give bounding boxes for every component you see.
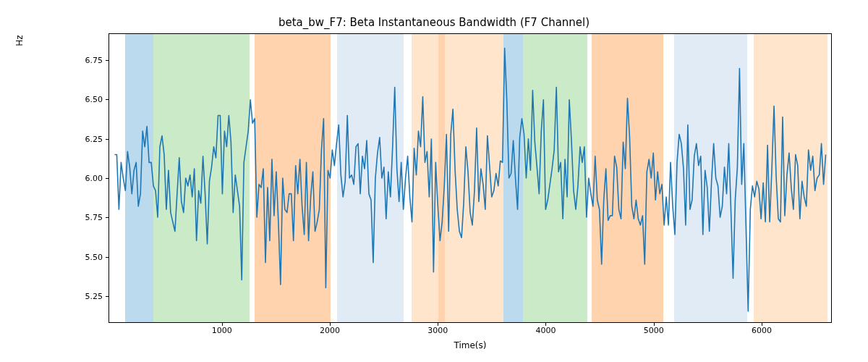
y-tick-label: 6.50 bbox=[85, 95, 103, 104]
y-tick-mark bbox=[106, 178, 109, 179]
x-tick-label: 3000 bbox=[427, 326, 448, 335]
x-tick-label: 2000 bbox=[320, 326, 340, 335]
x-tick-label: 6000 bbox=[752, 326, 772, 335]
x-tick-label: 1000 bbox=[212, 326, 232, 335]
y-tick-mark bbox=[106, 139, 109, 140]
y-tick-label: 5.25 bbox=[85, 292, 103, 301]
x-tick-label: 4000 bbox=[535, 326, 556, 335]
y-tick-mark bbox=[106, 99, 109, 100]
y-tick-label: 6.25 bbox=[85, 134, 103, 143]
y-tick-label: 6.75 bbox=[85, 55, 103, 64]
y-tick-mark bbox=[106, 217, 109, 218]
y-tick-label: 6.00 bbox=[85, 174, 103, 183]
y-tick-label: 5.75 bbox=[85, 213, 103, 222]
y-tick-mark bbox=[106, 60, 109, 61]
y-tick-mark bbox=[106, 296, 109, 297]
chart-title: beta_bw_F7: Beta Instantaneous Bandwidth… bbox=[0, 16, 868, 29]
plot-area bbox=[109, 33, 832, 323]
line-series bbox=[109, 34, 831, 322]
x-axis-label: Time(s) bbox=[109, 340, 832, 350]
y-tick-mark bbox=[106, 257, 109, 258]
figure: beta_bw_F7: Beta Instantaneous Bandwidth… bbox=[0, 0, 868, 362]
x-tick-label: 5000 bbox=[644, 326, 664, 335]
y-axis-label: Hz bbox=[14, 0, 29, 185]
y-tick-label: 5.50 bbox=[85, 252, 103, 261]
